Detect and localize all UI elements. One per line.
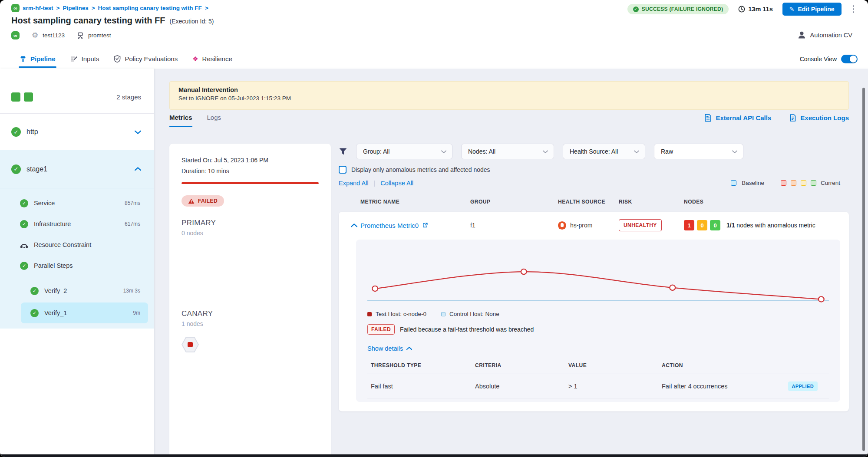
data-mode-dropdown[interactable]: Raw [654, 144, 743, 159]
threshold-value: > 1 [568, 383, 662, 390]
service-name[interactable]: test1123 [43, 32, 65, 39]
check-icon: ✓ [633, 7, 639, 12]
prometheus-icon [558, 221, 566, 230]
stage-status-squares [11, 92, 33, 102]
stage-count: 2 stages [116, 93, 141, 101]
collapse-all-link[interactable]: Collapse All [380, 180, 413, 187]
sidebar-stage-http[interactable]: ✓ http [0, 114, 154, 150]
anomalous-checkbox-label: Display only anomalous metrics and affec… [351, 166, 490, 173]
tab-logs[interactable]: Logs [207, 114, 221, 127]
chevron-up-icon [406, 347, 412, 350]
step-service[interactable]: ✓ Service 857ms [0, 193, 154, 214]
tab-resilience[interactable]: ❖ Resilience [192, 50, 232, 68]
step-verify-1[interactable]: ✓ Verify_1 9m [21, 302, 148, 323]
col-criteria: CRITERIA [475, 362, 568, 368]
col-health-source: HEALTH SOURCE [558, 199, 619, 205]
vertical-scrollbar[interactable] [862, 88, 865, 451]
execution-meta: ∞ ⚙ test1123 promtest [11, 31, 111, 40]
current-yellow-swatch [801, 180, 806, 186]
tab-inputs[interactable]: Inputs [70, 50, 99, 68]
canary-node-count: 1 nodes [182, 320, 319, 327]
document-icon [789, 114, 796, 122]
tab-pipeline[interactable]: Pipeline [20, 50, 56, 68]
threshold-table-header: THRESHOLD TYPE CRITERIA VALUE ACTION [367, 362, 829, 374]
tab-policy-evaluations[interactable]: Policy Evaluations [114, 50, 178, 68]
external-api-calls-link[interactable]: External API Calls [704, 114, 771, 122]
triggered-by-user: Automation CV [798, 31, 852, 39]
environment-icon [77, 32, 84, 39]
breadcrumb: ∞ srm-hf-test > Pipelines > Host samplin… [11, 4, 208, 12]
window-bottom-edge [0, 454, 868, 457]
chevron-down-icon[interactable] [135, 130, 141, 134]
metric-line-chart[interactable] [367, 249, 829, 306]
expand-all-link[interactable]: Expand All [339, 180, 369, 187]
metrics-panel: Group: All Nodes: All Health Source: All… [339, 144, 849, 411]
console-view-control: Console View [800, 50, 858, 68]
nodes-filter-dropdown[interactable]: Nodes: All [461, 144, 554, 159]
environment-name[interactable]: promtest [88, 32, 111, 39]
chevron-down-icon [543, 150, 548, 153]
started-on: Started On: Jul 5, 2023 1:06 PM [182, 155, 319, 166]
log-links: External API Calls Execution Logs [704, 114, 849, 122]
health-source-filter-dropdown[interactable]: Health Source: All [563, 144, 645, 159]
breadcrumb-project[interactable]: srm-hf-test [23, 5, 53, 11]
srm-module-icon: ∞ [11, 4, 20, 12]
breadcrumb-pipeline-name[interactable]: Host sampling canary testing with FF [98, 5, 202, 11]
chart-color-legend: Baseline Current [731, 180, 840, 186]
filter-funnel-icon[interactable] [339, 148, 347, 155]
col-threshold-type: THRESHOLD TYPE [371, 362, 475, 368]
console-view-toggle[interactable] [841, 55, 858, 63]
show-details-link[interactable]: Show details [367, 345, 829, 352]
step-infrastructure[interactable]: ✓ Infrastructure 617ms [0, 214, 154, 234]
external-link-icon [422, 222, 428, 228]
more-options-menu[interactable] [851, 3, 856, 15]
step-duration: 13m 3s [123, 288, 140, 294]
primary-node-count: 0 nodes [182, 230, 319, 237]
anomalous-filter-row: Display only anomalous metrics and affec… [339, 166, 849, 174]
stage-square-icon [24, 92, 33, 102]
tab-metrics[interactable]: Metrics [169, 114, 192, 127]
current-legend-label: Current [821, 180, 840, 186]
execution-logs-link[interactable]: Execution Logs [789, 114, 849, 122]
failed-badge: FAILED [367, 324, 395, 335]
duration: Duration: 10 mins [182, 166, 319, 177]
col-metric-name: METRIC NAME [360, 199, 470, 205]
step-parallel-steps[interactable]: ✓ Parallel Steps [0, 255, 154, 276]
threshold-type: Fail fast [371, 383, 475, 390]
step-verify-2[interactable]: ✓ Verify_2 13m 3s [21, 280, 148, 301]
warning-node-count: 0 [697, 220, 707, 230]
collapse-chevron-icon[interactable] [351, 224, 357, 227]
group-filter-dropdown[interactable]: Group: All [356, 144, 452, 159]
healthy-node-count: 0 [710, 220, 720, 230]
chevron-up-icon[interactable] [135, 167, 141, 171]
main-tabbar: Pipeline Inputs Policy Evaluations ❖ Res… [0, 50, 868, 68]
primary-label: PRIMARY [182, 219, 319, 227]
canary-node-hexagon[interactable] [182, 337, 199, 352]
verify-view-tabs: Metrics Logs [169, 114, 221, 127]
stage1-section: ✓ stage1 ✓ Service 857ms ✓ Infrastructur… [0, 150, 154, 329]
title-row: Host sampling canary testing with FF (Ex… [11, 16, 214, 26]
app-window: ∞ srm-hf-test > Pipelines > Host samplin… [0, 0, 868, 457]
pipeline-icon [20, 56, 26, 62]
breadcrumb-pipelines[interactable]: Pipelines [63, 5, 88, 11]
metric-name-link[interactable]: Prometheus Metric0 [360, 222, 470, 229]
execution-elapsed-time: 13m 11s [738, 6, 772, 13]
chevron-down-icon [441, 150, 446, 153]
chart-line [375, 272, 822, 299]
threshold-action: Fail after 4 occurrences [662, 383, 728, 390]
success-check-icon: ✓ [20, 262, 28, 270]
srm-module-icon: ∞ [11, 31, 20, 39]
execution-sidebar: 2 stages ✓ http ✓ stage1 ✓ Service 857ms… [0, 69, 154, 454]
header-actions: ✓ SUCCESS (FAILURE IGNORED) 13m 11s ✎ Ed… [627, 3, 856, 16]
anomalous-checkbox[interactable] [339, 166, 347, 174]
inputs-icon [70, 56, 78, 62]
sidebar-stage-stage1[interactable]: ✓ stage1 [0, 150, 154, 188]
stage-square-icon [11, 92, 20, 102]
step-duration: 9m [133, 310, 140, 316]
failure-reason-text: Failed because a fail-fast threshold was… [400, 326, 534, 333]
edit-pipeline-button[interactable]: ✎ Edit Pipeline [782, 3, 842, 16]
canary-label: CANARY [182, 309, 319, 318]
metric-row[interactable]: Prometheus Metric0 f1 hs-prom UNHEALTHY [339, 212, 849, 239]
execution-status-badge: ✓ SUCCESS (FAILURE IGNORED) [627, 4, 729, 14]
step-resource-constraint[interactable]: Resource Constraint [0, 234, 154, 255]
